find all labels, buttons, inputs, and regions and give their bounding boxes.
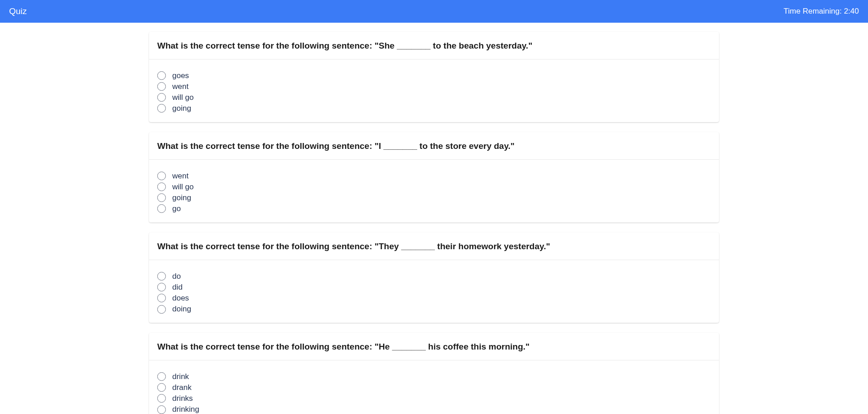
- option-row[interactable]: drank: [157, 382, 711, 393]
- option-row[interactable]: go: [157, 203, 711, 214]
- radio-icon[interactable]: [157, 104, 166, 113]
- question-text: What is the correct tense for the follow…: [157, 341, 711, 353]
- option-row[interactable]: goes: [157, 70, 711, 81]
- option-label: will go: [172, 93, 194, 103]
- option-label: drinking: [172, 404, 200, 414]
- question-card: What is the correct tense for the follow…: [149, 132, 719, 222]
- option-row[interactable]: going: [157, 103, 711, 114]
- question-text: What is the correct tense for the follow…: [157, 140, 711, 152]
- radio-icon[interactable]: [157, 294, 166, 302]
- question-header: What is the correct tense for the follow…: [149, 132, 719, 160]
- option-row[interactable]: went: [157, 171, 711, 182]
- option-label: goes: [172, 71, 189, 81]
- option-label: going: [172, 193, 191, 203]
- option-label: did: [172, 282, 183, 292]
- question-text: What is the correct tense for the follow…: [157, 241, 711, 252]
- radio-icon[interactable]: [157, 71, 166, 80]
- question-card: What is the correct tense for the follow…: [149, 232, 719, 323]
- question-options: goes went will go going: [149, 59, 719, 122]
- option-label: will go: [172, 182, 194, 192]
- option-label: doing: [172, 304, 191, 314]
- radio-icon[interactable]: [157, 372, 166, 381]
- option-label: go: [172, 204, 181, 214]
- quiz-header: Quiz Time Remaining: 2:40: [0, 0, 868, 23]
- radio-icon[interactable]: [157, 172, 166, 180]
- option-label: drinks: [172, 394, 193, 404]
- option-row[interactable]: will go: [157, 182, 711, 192]
- radio-icon[interactable]: [157, 204, 166, 213]
- question-header: What is the correct tense for the follow…: [149, 333, 719, 360]
- option-row[interactable]: drinks: [157, 393, 711, 404]
- option-row[interactable]: doing: [157, 304, 711, 315]
- radio-icon[interactable]: [157, 383, 166, 392]
- question-text: What is the correct tense for the follow…: [157, 40, 711, 52]
- question-options: drink drank drinks drinking: [149, 360, 719, 414]
- option-row[interactable]: going: [157, 192, 711, 203]
- quiz-content: What is the correct tense for the follow…: [149, 23, 719, 414]
- radio-icon[interactable]: [157, 283, 166, 291]
- question-header: What is the correct tense for the follow…: [149, 32, 719, 59]
- question-options: do did does doing: [149, 260, 719, 323]
- option-label: do: [172, 271, 181, 281]
- question-options: went will go going go: [149, 160, 719, 222]
- radio-icon[interactable]: [157, 182, 166, 191]
- page-title: Quiz: [9, 6, 27, 16]
- radio-icon[interactable]: [157, 93, 166, 102]
- option-label: drank: [172, 383, 192, 393]
- radio-icon[interactable]: [157, 405, 166, 414]
- option-row[interactable]: do: [157, 271, 711, 282]
- question-card: What is the correct tense for the follow…: [149, 333, 719, 414]
- option-row[interactable]: went: [157, 81, 711, 92]
- question-card: What is the correct tense for the follow…: [149, 32, 719, 122]
- option-row[interactable]: drinking: [157, 404, 711, 414]
- radio-icon[interactable]: [157, 272, 166, 281]
- time-remaining: Time Remaining: 2:40: [783, 7, 859, 16]
- option-row[interactable]: drink: [157, 371, 711, 382]
- option-label: going: [172, 104, 191, 113]
- radio-icon[interactable]: [157, 193, 166, 202]
- option-label: does: [172, 293, 189, 303]
- radio-icon[interactable]: [157, 305, 166, 314]
- option-row[interactable]: does: [157, 293, 711, 304]
- radio-icon[interactable]: [157, 394, 166, 403]
- option-label: drink: [172, 372, 189, 382]
- option-label: went: [172, 82, 189, 92]
- option-row[interactable]: will go: [157, 92, 711, 103]
- option-label: went: [172, 171, 189, 181]
- radio-icon[interactable]: [157, 82, 166, 91]
- option-row[interactable]: did: [157, 282, 711, 293]
- question-header: What is the correct tense for the follow…: [149, 232, 719, 260]
